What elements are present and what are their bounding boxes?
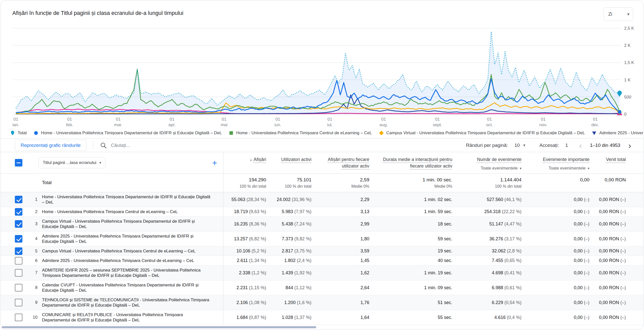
x-axis-tick-month: iul. <box>327 122 333 127</box>
metric-percent: (–) <box>583 258 589 263</box>
report-card: Afișări în funcție de Titlul paginii și … <box>1 1 643 329</box>
x-axis-tick-month: nov. <box>539 122 547 127</box>
metric-cell: 13.257 (6,82 %) <box>223 234 266 244</box>
chevron-right-icon[interactable]: › <box>627 141 632 150</box>
column-subfilter[interactable]: Toate evenimentele▾ <box>452 165 521 172</box>
x-axis-tick-day: 01 <box>170 117 174 122</box>
row-checkbox[interactable] <box>15 269 22 277</box>
metric-value: 36.276 <box>489 236 503 241</box>
row-title-cell[interactable]: Admitere 2025 - Universitatea Politehnic… <box>38 256 223 265</box>
row-number: 2 <box>27 209 38 214</box>
metric-value: 1,64 <box>360 315 369 320</box>
row-title-cell[interactable]: COMUNICARE și RELAȚII PUBLICE - Universi… <box>38 310 223 325</box>
chevron-left-icon[interactable]: ‹ <box>578 141 583 150</box>
legend-label: Home - Universitatea Politehnica Timișoa… <box>41 130 222 136</box>
chevron-down-icon: ▾ <box>627 12 629 17</box>
row-checkbox[interactable] <box>15 235 22 243</box>
column-header[interactable]: Durata medie a interacțiunii pentru fiec… <box>369 152 452 169</box>
row-title-cell[interactable]: TEHNOLOGII și SISTEME de TELECOMUNICAȚII… <box>38 295 223 310</box>
metric-cell: 0,00 (–) <box>521 313 589 322</box>
legend-item[interactable]: Total <box>10 130 27 136</box>
horizontal-scrollbar[interactable] <box>1 326 643 328</box>
metric-percent: (0,65 %) <box>503 258 521 263</box>
total-value: 1.144.404 <box>452 177 521 183</box>
legend-label: Home - Universitatea Politehnica Timișoa… <box>236 130 372 136</box>
metric-percent: (2,8 %) <box>506 248 521 253</box>
rows-per-page-value[interactable]: 10 <box>514 143 520 148</box>
row-title-cell[interactable]: Home - Universitatea Politehnica Timișoa… <box>38 207 223 216</box>
metric-value: 0,00 RON <box>599 209 619 214</box>
row-title-cell[interactable]: Home - Universitatea Politehnica Timișoa… <box>38 192 223 207</box>
metric-cell: 18 sec. <box>369 219 452 229</box>
add-column-button[interactable]: + <box>210 158 220 168</box>
total-metric-cell: 1.144.404100 % din total <box>452 175 521 191</box>
row-title-cell[interactable]: Admitere 2025 - Universitatea Politehnic… <box>38 232 223 246</box>
metric-value: 1,45 <box>360 258 369 263</box>
row-title-cell[interactable]: Campus Virtual - Universitatea Politehni… <box>38 217 223 231</box>
row-check-cell <box>1 217 27 231</box>
scrollbar-thumb[interactable] <box>2 326 316 328</box>
x-axis-tick-month: oct. <box>486 122 493 127</box>
total-subvalue: 100 % din total <box>223 184 266 189</box>
column-header[interactable]: Evenimente importanteToate evenimentele▾ <box>521 152 589 172</box>
metric-cell: 2,29 <box>311 195 369 204</box>
total-metric-cell: 2,59Medie 0% <box>311 175 369 191</box>
metric-value: 3,59 <box>360 248 369 253</box>
metric-value: 2.231 <box>236 285 248 290</box>
legend-item[interactable]: Home - Universitatea Politehnica Timișoa… <box>33 130 222 136</box>
column-header[interactable]: ↓Afișări <box>223 152 266 163</box>
metric-percent: (0,61 %) <box>503 285 521 290</box>
metric-percent: (1,2 %) <box>250 270 266 275</box>
metric-percent: (–) <box>583 300 589 305</box>
metric-cell: 55.063 (28,34 %) <box>223 195 266 204</box>
select-all-checkbox[interactable] <box>15 159 22 167</box>
metric-value: 1 min. 09 sec. <box>424 285 452 290</box>
dimension-selector[interactable]: Titlul paginii ...lasa ecranului ▾ <box>38 157 105 168</box>
metric-value: 0,00 RON <box>599 236 619 241</box>
legend-label: Campus Virtual - Universitatea Politehni… <box>386 130 585 136</box>
metric-value: 0,00 <box>574 258 583 263</box>
column-header[interactable]: Număr de evenimenteToate evenimentele▾ <box>452 152 521 172</box>
metric-cell: 24.002 (31,96 %) <box>266 195 311 204</box>
row-checkbox[interactable] <box>15 284 22 291</box>
row-title-cell[interactable]: Campus Virtual - Universitatea Politehni… <box>38 246 223 256</box>
table-body: 1Home - Universitatea Politehnica Timișo… <box>1 192 643 325</box>
row-checkbox[interactable] <box>15 247 22 255</box>
dimension-selector-label: Titlul paginii ...lasa ecranului <box>43 160 96 165</box>
metric-cell: 4.616 (0,4 %) <box>452 313 521 322</box>
column-header[interactable]: Utilizatori activi <box>266 152 311 163</box>
metric-cell: 0,00 (–) <box>521 234 589 244</box>
row-checkbox[interactable] <box>15 299 22 306</box>
plot-rows-button[interactable]: Reprezentați grafic rândurile <box>15 140 87 151</box>
granularity-dropdown[interactable]: Zi ▾ <box>603 7 633 21</box>
table-row: 3Campus Virtual - Universitatea Politehn… <box>1 217 643 232</box>
metric-percent: (–) <box>583 315 589 320</box>
metric-cell: 7.455 (0,65 %) <box>452 256 521 265</box>
row-title-cell[interactable]: ADMITERE ID/IFR 2025 – sesiunea SEPTEMBR… <box>38 266 223 280</box>
row-title-cell[interactable]: Calendar CVUPT - Universitatea Politehni… <box>38 280 223 295</box>
column-header[interactable]: Venit total <box>589 152 626 163</box>
legend-item[interactable]: Admitere 2025 - Universitatea Politehnic… <box>591 130 643 136</box>
search-box[interactable] <box>100 142 217 149</box>
row-check-cell <box>1 192 27 207</box>
metric-percent: (–) <box>583 270 589 275</box>
chart-canvas[interactable]: 2,5 K2 K1,5 K1 K500001ian.01feb.01mar.01… <box>8 21 637 129</box>
table-row: 8Calendar CVUPT - Universitatea Politehn… <box>1 280 643 295</box>
rows-per-page-caret-icon[interactable]: ▾ <box>523 143 525 148</box>
column-header[interactable]: Afișări pentru fiecare utilizator activ <box>311 152 369 169</box>
goto-page-value[interactable]: 1 <box>565 143 568 148</box>
row-checkbox[interactable] <box>15 314 22 321</box>
total-value: 2,59 <box>311 177 369 183</box>
row-checkbox[interactable] <box>15 208 22 216</box>
metric-percent: (1,6 %) <box>296 300 311 305</box>
legend-item[interactable]: Home - Universitatea Politehnica Timișoa… <box>228 130 372 136</box>
search-input[interactable] <box>111 143 217 148</box>
legend-item[interactable]: Campus Virtual - Universitatea Politehni… <box>379 130 585 136</box>
row-checkbox[interactable] <box>15 257 22 265</box>
metric-value: 7.373 <box>282 236 293 241</box>
column-subfilter[interactable]: Toate evenimentele▾ <box>521 165 589 172</box>
row-checkbox[interactable] <box>15 220 22 228</box>
metric-cell: 0,00 (–) <box>521 268 589 278</box>
row-checkbox[interactable] <box>15 196 22 203</box>
table-row: 6Admitere 2025 - Universitatea Politehni… <box>1 256 643 266</box>
